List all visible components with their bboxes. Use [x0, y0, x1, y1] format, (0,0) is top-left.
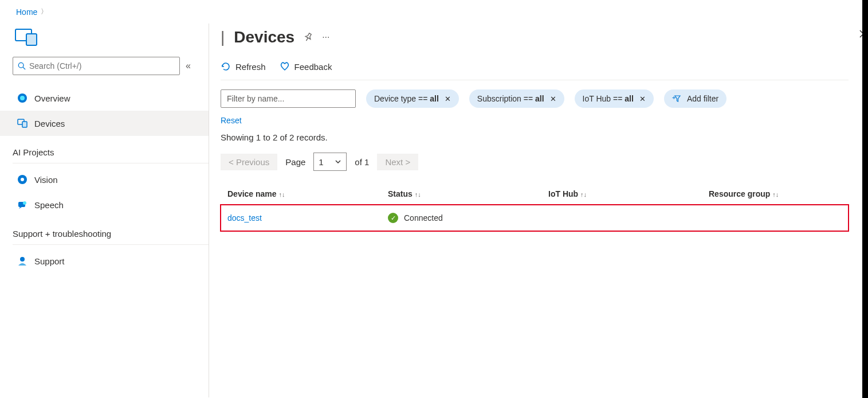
section-support: Support + troubleshooting — [13, 229, 209, 245]
sidebar-item-speech[interactable]: Speech — [0, 192, 209, 217]
remove-filter-icon[interactable]: ✕ — [639, 95, 646, 103]
record-count: Showing 1 to 2 of 2 records. — [221, 132, 849, 142]
feedback-button[interactable]: Feedback — [280, 61, 332, 72]
filter-device-type[interactable]: Device type == all ✕ — [366, 89, 459, 108]
sidebar-item-vision[interactable]: Vision — [0, 167, 209, 192]
col-device-name[interactable]: Device name↑↓ — [221, 184, 381, 205]
main-content: | Devices ··· Refresh Feedback — [209, 24, 868, 397]
reset-filters[interactable]: Reset — [221, 116, 242, 125]
next-page-button[interactable]: Next > — [377, 154, 418, 170]
add-filter-icon: + — [672, 94, 681, 103]
sort-icon: ↑↓ — [772, 191, 779, 198]
speech-icon — [17, 200, 28, 210]
filter-row: Device type == all ✕ Subscription == all… — [221, 89, 849, 108]
pin-icon[interactable] — [304, 33, 313, 42]
sort-icon: ↑↓ — [279, 191, 285, 198]
chevron-right-icon: 〉 — [41, 7, 48, 17]
col-status[interactable]: Status↑↓ — [381, 184, 541, 205]
chevron-down-icon — [335, 158, 341, 165]
breadcrumb: Home 〉 — [0, 0, 868, 24]
search-icon — [18, 62, 26, 70]
svg-point-2 — [18, 63, 23, 68]
more-icon[interactable]: ··· — [322, 32, 329, 42]
refresh-label: Refresh — [235, 62, 266, 72]
svg-point-11 — [23, 201, 26, 205]
pagination: < Previous Page 1 of 1 Next > — [221, 153, 849, 171]
filter-iot-hub[interactable]: IoT Hub == all ✕ — [575, 89, 654, 108]
filter-value: all — [535, 94, 544, 103]
sidebar-search[interactable] — [13, 57, 180, 75]
sidebar-item-label: Vision — [34, 175, 58, 185]
sidebar-item-support[interactable]: Support — [0, 248, 209, 274]
sidebar-item-label: Overview — [34, 93, 70, 103]
feedback-label: Feedback — [294, 62, 332, 72]
sort-icon: ↑↓ — [580, 191, 587, 198]
page-of: of 1 — [355, 157, 369, 167]
svg-point-12 — [20, 257, 25, 262]
previous-page-button[interactable]: < Previous — [221, 154, 277, 170]
filter-label: IoT Hub == — [583, 94, 625, 103]
toolbar: Refresh Feedback — [221, 61, 849, 80]
filter-value: all — [430, 94, 439, 103]
svg-rect-7 — [22, 122, 27, 127]
section-ai-projects: AI Projects — [13, 147, 209, 163]
vision-icon — [17, 174, 28, 185]
sidebar-search-input[interactable] — [29, 61, 175, 71]
sidebar-item-label: Speech — [34, 200, 64, 210]
breadcrumb-home[interactable]: Home — [16, 7, 37, 17]
filter-label: Device type == — [374, 94, 430, 103]
page-select[interactable]: 1 — [313, 153, 347, 171]
svg-rect-1 — [26, 34, 37, 45]
sidebar: « Overview Devices AI Projects Vision — [0, 24, 209, 397]
svg-text:+: + — [672, 94, 675, 101]
resource-group-cell — [702, 205, 849, 232]
filter-value: all — [625, 94, 634, 103]
title-divider: | — [221, 28, 225, 46]
svg-point-5 — [20, 96, 25, 100]
filter-label: Subscription == — [477, 94, 535, 103]
sidebar-item-overview[interactable]: Overview — [0, 85, 209, 111]
sort-icon: ↑↓ — [415, 191, 421, 198]
refresh-icon — [221, 61, 231, 72]
iot-hub-cell — [541, 205, 702, 232]
sidebar-item-devices[interactable]: Devices — [0, 111, 209, 136]
status-text: Connected — [404, 213, 443, 223]
table-row[interactable]: docs_test✓Connected — [221, 205, 849, 232]
page-label: Page — [285, 157, 305, 167]
svg-line-3 — [23, 67, 25, 69]
overview-icon — [17, 93, 28, 103]
add-filter-button[interactable]: + Add filter — [664, 89, 726, 108]
remove-filter-icon[interactable]: ✕ — [445, 95, 451, 103]
refresh-button[interactable]: Refresh — [221, 61, 266, 72]
heart-icon — [280, 61, 290, 72]
svg-point-9 — [21, 178, 24, 181]
device-link[interactable]: docs_test — [227, 213, 262, 223]
filter-name-input[interactable] — [221, 89, 356, 108]
resource-icon — [15, 28, 40, 46]
right-edge-bar — [862, 0, 868, 398]
status-ok-icon: ✓ — [388, 213, 398, 223]
page-title: Devices — [234, 28, 294, 46]
sidebar-item-label: Devices — [34, 119, 65, 128]
devices-icon — [17, 118, 28, 128]
add-filter-label: Add filter — [687, 94, 718, 103]
remove-filter-icon[interactable]: ✕ — [550, 95, 556, 103]
devices-table: Device name↑↓ Status↑↓ IoT Hub↑↓ Resourc… — [221, 184, 849, 231]
page-value: 1 — [319, 157, 323, 167]
support-icon — [17, 256, 28, 266]
filter-subscription[interactable]: Subscription == all ✕ — [469, 89, 564, 108]
collapse-sidebar-icon[interactable]: « — [186, 61, 191, 71]
col-iot-hub[interactable]: IoT Hub↑↓ — [541, 184, 702, 205]
col-resource-group[interactable]: Resource group↑↓ — [702, 184, 849, 205]
sidebar-item-label: Support — [34, 256, 65, 266]
